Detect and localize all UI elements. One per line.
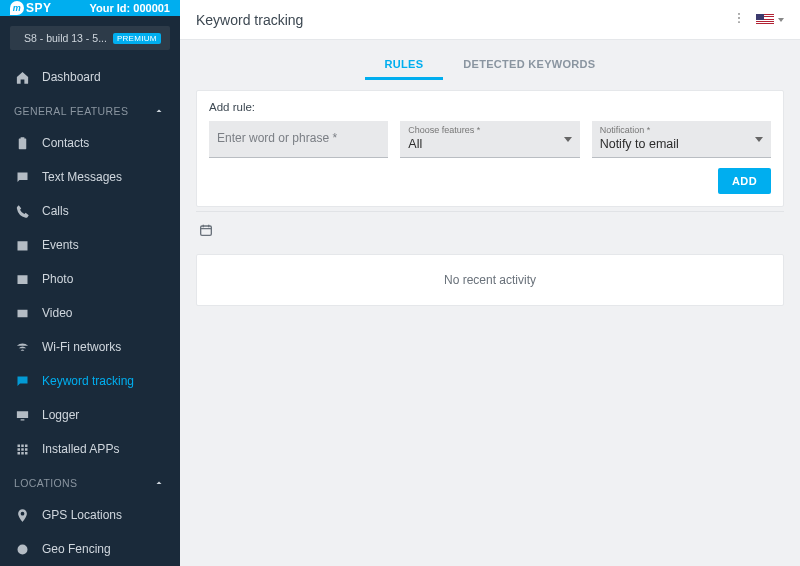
- more-menu-button[interactable]: [732, 11, 746, 29]
- features-value: All: [408, 137, 571, 151]
- svg-point-2: [738, 21, 740, 23]
- target-icon: [14, 541, 30, 557]
- sidebar-item-label: Events: [42, 238, 79, 252]
- premium-badge: PREMIUM: [113, 33, 161, 44]
- section-title: GENERAL FEATURES: [14, 105, 128, 117]
- home-icon: [14, 69, 30, 85]
- features-label: Choose features *: [408, 125, 571, 135]
- section-title: LOCATIONS: [14, 477, 78, 489]
- chevron-up-icon: [152, 476, 166, 490]
- chevron-up-icon: [152, 104, 166, 118]
- clipboard-icon: [14, 135, 30, 151]
- section-locations[interactable]: LOCATIONS: [0, 466, 180, 498]
- monitor-icon: [14, 407, 30, 423]
- add-rule-panel: Add rule: Enter word or phrase * Choose …: [196, 90, 784, 207]
- sidebar-item-gps[interactable]: GPS Locations: [0, 498, 180, 532]
- sidebar-item-calls[interactable]: Calls: [0, 194, 180, 228]
- sidebar-item-label: Contacts: [42, 136, 89, 150]
- grid-icon: [14, 441, 30, 457]
- sidebar-item-installed-apps[interactable]: Installed APPs: [0, 432, 180, 466]
- sidebar-item-video[interactable]: Video: [0, 296, 180, 330]
- features-select[interactable]: Choose features * All: [400, 121, 579, 158]
- svg-rect-3: [201, 226, 212, 235]
- notification-value: Notify to email: [600, 137, 763, 151]
- sidebar-item-label: Geo Fencing: [42, 542, 111, 556]
- device-selector[interactable]: S8 - build 13 - 5... PREMIUM: [10, 26, 170, 50]
- tab-rules[interactable]: RULES: [381, 52, 428, 80]
- sidebar-item-label: Text Messages: [42, 170, 122, 184]
- message-icon: [14, 169, 30, 185]
- sidebar-item-label: GPS Locations: [42, 508, 122, 522]
- sidebar-item-photo[interactable]: Photo: [0, 262, 180, 296]
- sidebar-item-label: Video: [42, 306, 72, 320]
- phone-icon: [14, 203, 30, 219]
- notification-select[interactable]: Notification * Notify to email: [592, 121, 771, 158]
- sidebar-item-contacts[interactable]: Contacts: [0, 126, 180, 160]
- sidebar-item-label: Dashboard: [42, 70, 101, 84]
- language-selector[interactable]: [756, 14, 784, 25]
- sidebar-item-geo-fencing[interactable]: Geo Fencing: [0, 532, 180, 566]
- sidebar: mSPY Your Id: 000001 S8 - build 13 - 5..…: [0, 0, 180, 566]
- wifi-icon: [14, 339, 30, 355]
- user-id: Your Id: 000001: [89, 2, 170, 14]
- image-icon: [14, 271, 30, 287]
- sidebar-item-dashboard[interactable]: Dashboard: [0, 60, 180, 94]
- sidebar-item-logger[interactable]: Logger: [0, 398, 180, 432]
- empty-state-text: No recent activity: [444, 273, 536, 287]
- calendar-icon: [14, 237, 30, 253]
- device-name: S8 - build 13 - 5...: [24, 32, 107, 44]
- panel-title: Add rule:: [209, 101, 771, 113]
- main-content: Keyword tracking RULES DETECTED KEYWORDS…: [180, 0, 800, 566]
- tab-bar: RULES DETECTED KEYWORDS: [180, 40, 800, 80]
- sidebar-item-label: Photo: [42, 272, 73, 286]
- sidebar-item-label: Calls: [42, 204, 69, 218]
- phrase-placeholder: Enter word or phrase *: [217, 131, 380, 145]
- sidebar-item-label: Wi-Fi networks: [42, 340, 121, 354]
- sidebar-item-text-messages[interactable]: Text Messages: [0, 160, 180, 194]
- add-button[interactable]: ADD: [718, 168, 771, 194]
- brand-bar: mSPY Your Id: 000001: [0, 0, 180, 16]
- chevron-down-icon: [778, 18, 784, 22]
- notification-label: Notification *: [600, 125, 763, 135]
- chevron-down-icon: [564, 137, 572, 142]
- video-icon: [14, 305, 30, 321]
- date-filter-button[interactable]: [198, 224, 214, 241]
- chevron-down-icon: [755, 137, 763, 142]
- sidebar-item-label: Installed APPs: [42, 442, 119, 456]
- top-bar: Keyword tracking: [180, 0, 800, 40]
- chat-icon: [14, 373, 30, 389]
- sidebar-item-wifi[interactable]: Wi-Fi networks: [0, 330, 180, 364]
- sidebar-item-label: Logger: [42, 408, 79, 422]
- section-general-features[interactable]: GENERAL FEATURES: [0, 94, 180, 126]
- svg-point-0: [738, 12, 740, 14]
- us-flag-icon: [756, 14, 774, 25]
- pin-icon: [14, 507, 30, 523]
- sidebar-item-label: Keyword tracking: [42, 374, 134, 388]
- activity-panel: No recent activity: [196, 254, 784, 306]
- phrase-input[interactable]: Enter word or phrase *: [209, 121, 388, 158]
- sidebar-item-events[interactable]: Events: [0, 228, 180, 262]
- svg-point-1: [738, 17, 740, 19]
- brand-logo: mSPY: [10, 1, 52, 15]
- page-title: Keyword tracking: [196, 12, 303, 28]
- tab-detected-keywords[interactable]: DETECTED KEYWORDS: [459, 52, 599, 80]
- sidebar-item-keyword-tracking[interactable]: Keyword tracking: [0, 364, 180, 398]
